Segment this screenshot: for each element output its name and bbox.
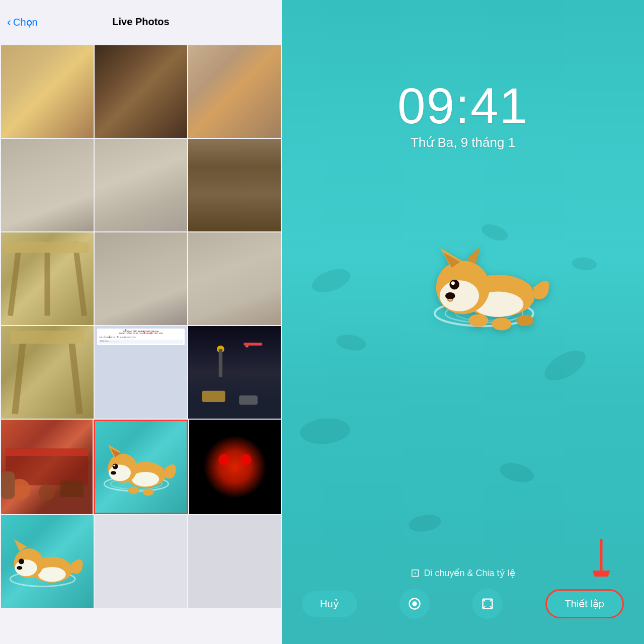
svg-point-16	[39, 485, 55, 501]
clock-time: 09:41	[282, 80, 644, 131]
svg-rect-17	[60, 480, 84, 497]
svg-point-27	[113, 464, 118, 469]
photo-thumbnail[interactable]	[188, 326, 281, 419]
svg-rect-11	[202, 391, 225, 402]
photo-thumbnail[interactable]	[1, 515, 94, 608]
perspective-button[interactable]	[472, 589, 503, 619]
time-display: 09:41 Thứ Ba, 9 tháng 1	[282, 80, 644, 150]
cancel-button[interactable]: Huỷ	[302, 591, 357, 617]
svg-point-56	[468, 314, 488, 327]
photo-thumbnail[interactable]	[95, 232, 187, 325]
crop-resize-icon: ⊡	[411, 567, 420, 580]
back-button[interactable]: ‹ Chọn	[7, 15, 38, 29]
wallpaper-corgi-image	[421, 239, 561, 340]
photo-thumbnail[interactable]	[188, 45, 281, 138]
svg-point-32	[200, 432, 270, 502]
grid-row	[1, 232, 281, 325]
grid-row	[1, 420, 281, 514]
svg-rect-10	[246, 346, 249, 348]
svg-rect-12	[239, 395, 258, 405]
nav-bar: ‹ Chọn Live Photos	[0, 0, 282, 44]
svg-rect-9	[244, 343, 262, 346]
svg-rect-6	[10, 331, 84, 344]
photo-thumbnail[interactable]	[95, 515, 187, 608]
photo-thumbnail[interactable]	[1, 420, 93, 514]
back-label: Chọn	[13, 16, 38, 28]
svg-point-29	[111, 471, 116, 475]
clock-date: Thứ Ba, 9 tháng 1	[282, 135, 644, 150]
svg-point-42	[17, 566, 22, 570]
live-photo-button[interactable]	[399, 589, 430, 619]
photo-thumbnail[interactable]	[95, 139, 187, 231]
svg-rect-18	[1, 471, 15, 499]
photo-picker-panel: ‹ Chọn Live Photos	[0, 0, 282, 644]
grid-row	[1, 45, 281, 138]
set-wallpaper-button[interactable]: Thiết lập	[545, 589, 624, 618]
photo-thumbnail[interactable]	[95, 45, 187, 138]
toolbar-buttons: Huỷ Thiết lập	[282, 589, 644, 644]
photo-thumbnail[interactable]	[189, 420, 281, 514]
svg-rect-3	[6, 242, 89, 253]
svg-point-30	[128, 487, 139, 495]
svg-point-53	[449, 280, 459, 290]
svg-point-41	[19, 558, 24, 564]
photo-grid: SỞ GIÁO DỤC VÀ ĐÀO TẠO GIA LAI TRANG THÔ…	[0, 44, 282, 644]
svg-rect-8	[219, 349, 222, 377]
svg-point-33	[218, 454, 229, 465]
svg-point-54	[451, 281, 455, 285]
move-crop-label: Di chuyển & Chia tỷ lệ	[424, 568, 515, 579]
photo-thumbnail[interactable]	[188, 139, 281, 231]
grid-row: SỞ GIÁO DỤC VÀ ĐÀO TẠO GIA LAI TRANG THÔ…	[1, 326, 281, 419]
svg-point-34	[240, 454, 252, 465]
photo-thumbnail[interactable]	[188, 515, 281, 608]
back-chevron-icon: ‹	[7, 15, 11, 29]
svg-point-28	[113, 465, 115, 467]
nav-title: Live Photos	[112, 16, 169, 28]
svg-point-62	[413, 601, 417, 606]
svg-point-58	[516, 315, 533, 326]
photo-thumbnail[interactable]	[1, 326, 94, 419]
photo-thumbnail-selected[interactable]	[94, 420, 188, 514]
svg-point-57	[492, 317, 511, 330]
photo-thumbnail[interactable]	[1, 45, 94, 138]
grid-row	[1, 139, 281, 231]
svg-point-55	[445, 292, 455, 299]
photo-thumbnail[interactable]	[1, 139, 94, 231]
photo-thumbnail[interactable]: SỞ GIÁO DỤC VÀ ĐÀO TẠO GIA LAI TRANG THÔ…	[95, 326, 187, 419]
wallpaper-preview-panel: 09:41 Thứ Ba, 9 tháng 1	[282, 0, 644, 644]
photo-thumbnail[interactable]	[188, 232, 281, 325]
svg-point-31	[143, 489, 154, 496]
svg-rect-14	[6, 449, 88, 456]
photo-thumbnail[interactable]	[1, 232, 94, 325]
grid-row	[1, 515, 281, 608]
red-arrow-indicator	[586, 536, 616, 579]
